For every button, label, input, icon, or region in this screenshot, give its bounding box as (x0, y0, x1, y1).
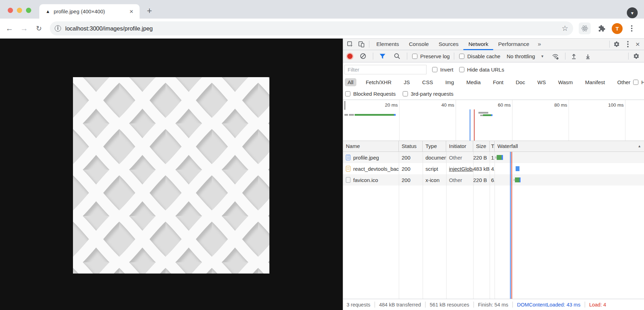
column-divider (446, 152, 447, 299)
close-window-button[interactable] (8, 8, 13, 13)
minimize-window-button[interactable] (17, 8, 22, 13)
type-filter-manifest[interactable]: Manifest (582, 78, 608, 86)
table-row-favicon[interactable]: favicon.ico 200 x-icon Other 220 B 6. (343, 174, 644, 186)
table-header: Name Status Type Initiator Size T. Water… (343, 141, 644, 152)
throttling-select[interactable]: No throttling ▼ (507, 53, 544, 59)
image-viewer-background (0, 39, 343, 310)
extensions-button[interactable] (596, 22, 608, 34)
gridline (399, 100, 400, 141)
divider (609, 41, 610, 48)
has-blocked-cookies-checkbox[interactable]: Has blocked cookies (633, 79, 644, 85)
gear-icon (633, 53, 639, 59)
devtools-close-button[interactable]: × (633, 40, 642, 48)
filter-input[interactable] (344, 65, 427, 74)
new-tab-button[interactable]: + (143, 4, 156, 17)
bookmark-star-icon[interactable]: ☆ (562, 24, 568, 33)
puzzle-icon (598, 25, 605, 32)
type-filter-font[interactable]: Font (490, 78, 506, 86)
tick-20ms: 20 ms (373, 102, 398, 108)
column-header-name[interactable]: Name (343, 141, 399, 151)
upload-icon (571, 53, 577, 59)
resource-type-filter-row: All Fetch/XHR JS CSS Img Media Font Doc … (343, 76, 644, 88)
initiator-link[interactable]: injectGlobal… (449, 166, 473, 172)
clear-icon (360, 53, 366, 59)
disable-cache-checkbox[interactable]: Disable cache (459, 53, 500, 59)
hide-data-urls-checkbox[interactable]: Hide data URLs (459, 67, 504, 73)
url-text[interactable]: localhost:3000/images/profile.jpeg (65, 25, 559, 32)
network-requests-table: Name Status Type Initiator Size T. Water… (343, 141, 644, 299)
checkbox-icon (403, 91, 408, 96)
tab-title: profile.jpeg (400×400) (54, 8, 128, 14)
tab-close-icon[interactable]: × (128, 8, 135, 15)
checkbox-icon (412, 54, 417, 59)
devtools-settings-button[interactable] (611, 39, 622, 50)
type-filter-doc[interactable]: Doc (513, 78, 528, 86)
network-status-bar: 3 requests 484 kB transferred 561 kB res… (343, 299, 644, 310)
type-filter-js[interactable]: JS (401, 78, 413, 86)
browser-status-chip-icon[interactable]: ▾ (627, 7, 638, 18)
type-filter-ws[interactable]: WS (535, 78, 549, 86)
tab-sources[interactable]: Sources (434, 39, 464, 50)
devtools-menu-button[interactable] (624, 38, 632, 50)
tab-elements[interactable]: Elements (371, 39, 404, 50)
column-header-initiator[interactable]: Initiator (446, 141, 473, 151)
browser-menu-button[interactable] (628, 22, 636, 34)
column-header-status[interactable]: Status (399, 141, 423, 151)
device-toolbar-button[interactable] (356, 39, 367, 50)
type-filter-css[interactable]: CSS (420, 78, 436, 86)
column-divider (490, 152, 490, 299)
script-file-icon (346, 166, 350, 171)
browser-tab[interactable]: ▲ profile.jpeg (400×400) × (39, 4, 140, 19)
tab-console[interactable]: Console (404, 39, 434, 50)
clear-network-log-button[interactable] (357, 50, 369, 62)
column-divider (495, 152, 495, 299)
column-header-time[interactable]: T. (490, 141, 495, 151)
divider (454, 53, 454, 60)
divider (628, 53, 629, 60)
table-row-react-devtools[interactable]: react_devtools_backend.js 200 script inj… (343, 163, 644, 174)
zoom-window-button[interactable] (26, 8, 31, 13)
tab-network[interactable]: Network (463, 39, 493, 50)
tab-performance[interactable]: Performance (493, 39, 534, 50)
export-har-button[interactable] (582, 50, 593, 62)
third-party-requests-checkbox[interactable]: 3rd-party requests (403, 91, 454, 97)
atom-icon (581, 25, 589, 32)
devtools-panel: Elements Console Sources Network Perform… (343, 39, 644, 310)
type-filter-wasm[interactable]: Wasm (555, 78, 576, 86)
type-filter-media[interactable]: Media (463, 78, 483, 86)
type-filter-all[interactable]: All (345, 78, 356, 86)
column-header-waterfall[interactable]: Waterfall ▲ (495, 141, 644, 151)
waterfall-bar-row2-download (516, 166, 519, 171)
page-info-icon[interactable] (55, 25, 61, 32)
invert-checkbox[interactable]: Invert (432, 67, 454, 73)
reload-button[interactable]: ↻ (33, 22, 45, 34)
divider (407, 53, 407, 60)
forward-button: → (18, 22, 30, 34)
blocked-requests-checkbox[interactable]: Blocked Requests (345, 91, 396, 97)
back-button[interactable]: ← (4, 22, 15, 34)
inspect-cursor-icon (347, 41, 354, 48)
network-conditions-button[interactable] (550, 50, 561, 62)
column-header-type[interactable]: Type (423, 141, 446, 151)
checkbox-icon (633, 80, 638, 85)
search-network-button[interactable] (391, 50, 403, 62)
profile-avatar[interactable]: T (612, 23, 623, 34)
type-filter-img[interactable]: Img (442, 78, 457, 86)
window-controls (8, 8, 31, 13)
column-header-size[interactable]: Size (473, 141, 490, 151)
table-row-profile-jpeg[interactable]: profile.jpeg 200 document Other 220 B 1. (343, 152, 644, 163)
tick-100ms: 100 ms (599, 102, 624, 108)
inspect-element-button[interactable] (344, 39, 356, 50)
type-filter-other[interactable]: Other (615, 78, 633, 86)
network-settings-button[interactable] (631, 50, 642, 62)
filter-toggle-button[interactable] (377, 50, 388, 62)
record-network-log-button[interactable] (347, 54, 353, 59)
type-filter-fetch-xhr[interactable]: Fetch/XHR (363, 78, 394, 86)
react-devtools-extension-button[interactable] (579, 22, 591, 34)
more-tabs-button[interactable]: » (534, 41, 544, 48)
import-har-button[interactable] (568, 50, 579, 62)
network-overview-timeline[interactable]: 20 ms 40 ms 60 ms 80 ms 100 ms (343, 100, 644, 141)
overview-scrubber[interactable] (344, 101, 346, 110)
preserve-log-checkbox[interactable]: Preserve log (412, 53, 450, 59)
address-bar[interactable]: localhost:3000/images/profile.jpeg ☆ (50, 21, 573, 35)
